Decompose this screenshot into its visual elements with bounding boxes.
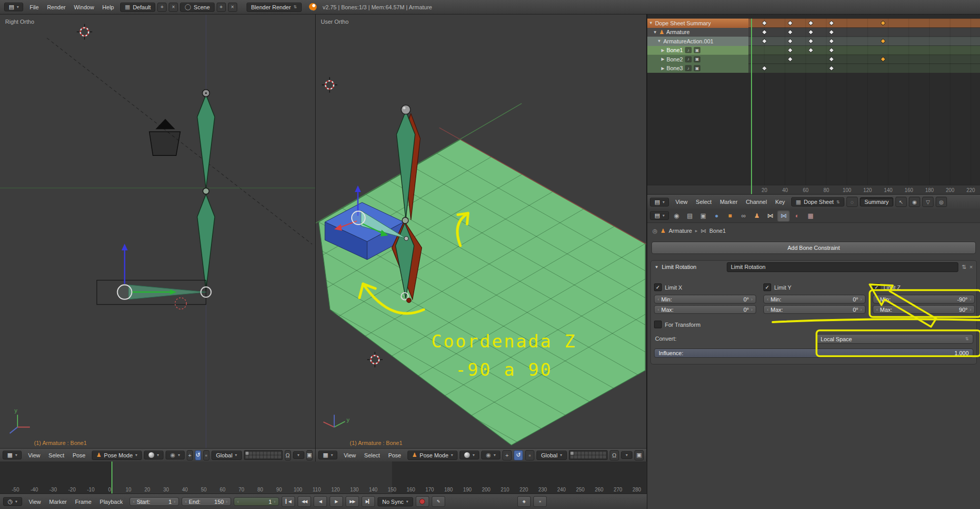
stepper-left-icon[interactable]: ‹ (237, 499, 239, 504)
tab-scene[interactable]: ▣ (697, 210, 709, 221)
viewport-right-ortho[interactable]: y Right Ortho (1) Armature : Bone1 ▦▾ Vi… (0, 14, 316, 462)
screen-add-button[interactable]: + (157, 3, 167, 12)
layer-cell[interactable] (264, 455, 267, 458)
tab-render-layers[interactable]: ▤ (683, 210, 696, 221)
info-editor-select[interactable]: ▤▾ (4, 3, 23, 11)
layer-cell[interactable] (592, 455, 595, 458)
layer-cell[interactable] (589, 455, 592, 458)
channel-bone3[interactable]: ▶Bone3♪▣ (647, 64, 748, 73)
breadcrumb-bone[interactable]: Bone1 (709, 228, 726, 234)
expand-toggle[interactable]: ▶ (661, 57, 664, 61)
stepper-left-icon[interactable]: ‹ (876, 297, 878, 302)
tab-world[interactable]: ● (710, 210, 723, 221)
stepper-left-icon[interactable]: ‹ (767, 297, 769, 302)
snap-magnet-button[interactable]: Ω (610, 450, 619, 460)
lock-toggle[interactable]: ▣ (694, 65, 700, 71)
stepper-right-icon[interactable]: › (860, 297, 862, 302)
scene-delete-button[interactable]: × (228, 3, 237, 12)
layer-cell[interactable] (578, 452, 581, 455)
dope-sheet-mode-select[interactable]: ▦Dope Sheet⇅ (791, 197, 844, 206)
layer-cell[interactable] (264, 452, 267, 455)
stepper-left-icon[interactable]: ‹ (767, 307, 769, 312)
layer-cell[interactable] (585, 452, 588, 455)
stepper-left-icon[interactable]: ‹ (658, 297, 659, 302)
opengl-render-button[interactable]: ▣ (634, 450, 644, 460)
menu-view[interactable]: View (671, 197, 692, 206)
layer-cell[interactable] (596, 455, 599, 458)
layer-cell[interactable] (578, 455, 581, 458)
breadcrumb-object[interactable]: Armature (668, 228, 692, 234)
timeline-ruler[interactable]: -50-40-30-20-100102030405060708090100110… (0, 462, 647, 495)
layer-cell[interactable] (585, 455, 588, 458)
summary-toggle[interactable]: Summary (860, 197, 893, 206)
stepper-right-icon[interactable]: › (751, 307, 753, 312)
add-bone-constraint-button[interactable]: Add Bone Constraint (651, 242, 976, 254)
stepper-right-icon[interactable]: › (860, 307, 862, 312)
influence-slider[interactable]: Influence:1.000 (654, 348, 973, 358)
pivot-point-select[interactable]: ◉▾ (481, 451, 500, 459)
stepper-left-icon[interactable]: ‹ (876, 307, 878, 312)
layer-cell[interactable] (574, 455, 577, 458)
delete-keyframe-button[interactable]: × (533, 496, 547, 507)
dope-sheet-ruler[interactable]: 20406080100120140160180200220 (647, 185, 980, 195)
mute-toggle[interactable]: ♪ (685, 47, 692, 53)
expand-toggle[interactable]: ▼ (649, 21, 653, 25)
layer-cell[interactable] (246, 452, 249, 455)
tab-material[interactable]: ◐ (791, 210, 803, 221)
limit-y-checkbox[interactable]: ✓ (763, 283, 771, 291)
timeline-editor[interactable]: -50-40-30-20-100102030405060708090100110… (0, 462, 647, 509)
limit-x-min-field[interactable]: ‹Min:0°› (654, 295, 756, 304)
layer-cell[interactable] (581, 455, 584, 458)
keyframe-area[interactable] (748, 19, 980, 185)
editor-type-select[interactable]: ▤▾ (650, 211, 669, 220)
menu-playback[interactable]: Playback (95, 497, 127, 506)
snap-element-select[interactable]: ▾ (621, 451, 632, 459)
layer-cell[interactable] (256, 455, 259, 458)
editor-type-select[interactable]: ▤▾ (650, 198, 669, 206)
tab-armature-data[interactable]: ♟ (750, 210, 763, 221)
menu-select[interactable]: Select (360, 451, 384, 460)
layer-cell[interactable] (256, 452, 259, 455)
auto-keyframe-record-button[interactable] (416, 496, 429, 507)
frame-start-field[interactable]: ‹Start:1› (129, 497, 179, 506)
for-transform-checkbox[interactable] (654, 321, 662, 328)
tab-object[interactable]: ■ (724, 210, 736, 221)
limit-y-min-field[interactable]: ‹Min:0°› (763, 295, 865, 304)
constraint-delete-button[interactable]: × (970, 264, 973, 270)
menu-view[interactable]: View (339, 451, 360, 460)
editor-type-select[interactable]: ◷▾ (3, 497, 22, 506)
current-frame-line[interactable] (111, 462, 112, 494)
layer-cell[interactable] (603, 455, 606, 458)
mute-toggle[interactable]: ♪ (685, 65, 692, 71)
play-button[interactable]: ▶ (330, 496, 343, 507)
manipulator-scale-button[interactable]: ▫ (525, 450, 534, 460)
menu-select[interactable]: Select (692, 197, 716, 206)
constraint-move-icon[interactable]: ⇅ (961, 264, 966, 270)
layer-cell[interactable] (278, 452, 281, 455)
manipulator-translate-button[interactable]: + (187, 450, 193, 460)
bone2-octahedron[interactable] (197, 194, 215, 291)
layer-cell[interactable] (574, 452, 577, 455)
expand-toggle[interactable]: ▼ (653, 30, 657, 35)
expand-toggle[interactable]: ▼ (655, 265, 659, 269)
mode-select[interactable]: ♟Pose Mode▾ (407, 451, 458, 460)
limit-y-max-field[interactable]: ‹Max:0°› (763, 305, 865, 314)
layer-cell[interactable] (274, 455, 277, 458)
jump-to-end-button[interactable]: ▶▎ (362, 496, 375, 507)
layer-cell[interactable] (260, 452, 263, 455)
camera-object[interactable] (150, 119, 181, 155)
menu-window[interactable]: Window (70, 3, 98, 12)
layer-cell[interactable] (278, 455, 281, 458)
viewport-3d-left[interactable]: y (0, 14, 315, 449)
stepper-right-icon[interactable]: › (751, 297, 753, 302)
screen-layout-select[interactable]: ▦Default (120, 3, 155, 12)
menu-view[interactable]: View (24, 451, 44, 460)
tab-object-constraint[interactable]: ∞ (737, 210, 749, 221)
channel-bone2[interactable]: ▶Bone2♪▣ (647, 55, 748, 64)
menu-pose[interactable]: Pose (69, 451, 90, 460)
manipulator-rotate-button[interactable]: ↺ (514, 450, 523, 460)
menu-frame[interactable]: Frame (71, 497, 96, 506)
editor-type-select[interactable]: ▦▾ (3, 451, 22, 459)
search-button[interactable]: ◎ (936, 197, 947, 207)
layer-cell[interactable] (246, 455, 249, 458)
